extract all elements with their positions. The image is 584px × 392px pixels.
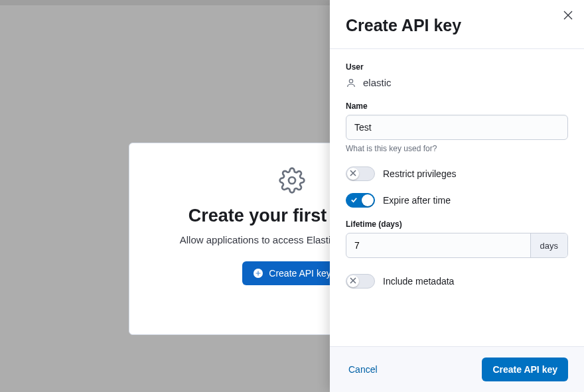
name-input[interactable] — [346, 115, 568, 140]
toggle-knob — [362, 194, 374, 206]
x-icon — [350, 170, 356, 178]
expire-after-time-row: Expire after time — [346, 193, 568, 208]
flyout-body: User elastic Name What is this key used … — [330, 49, 584, 346]
user-value-row: elastic — [346, 77, 568, 88]
user-value: elastic — [363, 77, 392, 88]
toggle-knob — [347, 275, 359, 287]
name-help-text: What is this key used for? — [346, 144, 568, 153]
restrict-privileges-row: Restrict privileges — [346, 166, 568, 181]
lifetime-input[interactable] — [346, 233, 530, 257]
lifetime-input-group: days — [346, 233, 568, 258]
user-label: User — [346, 62, 568, 72]
svg-point-0 — [289, 177, 295, 184]
include-metadata-label: Include metadata — [383, 276, 454, 287]
toggle-knob — [347, 168, 359, 180]
lifetime-section: Lifetime (days) days — [346, 220, 568, 258]
gear-icon — [279, 167, 305, 196]
flyout-header: Create API key — [330, 0, 584, 49]
create-api-key-flyout: Create API key User elastic Name What is… — [330, 0, 584, 392]
cancel-button[interactable]: Cancel — [346, 359, 380, 380]
expire-after-time-toggle[interactable] — [346, 193, 375, 208]
flyout-title: Create API key — [346, 16, 568, 35]
close-icon — [563, 11, 573, 22]
restrict-privileges-label: Restrict privileges — [383, 168, 456, 179]
name-section: Name What is this key used for? — [346, 101, 568, 153]
lifetime-unit: days — [530, 233, 567, 257]
include-metadata-row: Include metadata — [346, 274, 568, 289]
create-api-key-button[interactable]: Create API key — [242, 261, 341, 285]
flyout-footer: Cancel Create API key — [330, 346, 584, 392]
restrict-privileges-toggle[interactable] — [346, 166, 375, 181]
user-icon — [346, 78, 356, 88]
include-metadata-toggle[interactable] — [346, 274, 375, 289]
close-button[interactable] — [560, 8, 576, 24]
x-icon — [350, 277, 356, 285]
create-api-key-button-label: Create API key — [269, 268, 330, 279]
submit-create-api-key-button[interactable]: Create API key — [482, 358, 568, 381]
svg-point-2 — [349, 79, 352, 82]
plus-circle-icon — [253, 268, 263, 279]
lifetime-label: Lifetime (days) — [346, 220, 568, 229]
name-label: Name — [346, 101, 568, 111]
check-icon — [350, 196, 358, 205]
user-section: User elastic — [346, 62, 568, 88]
expire-after-time-label: Expire after time — [383, 195, 451, 206]
